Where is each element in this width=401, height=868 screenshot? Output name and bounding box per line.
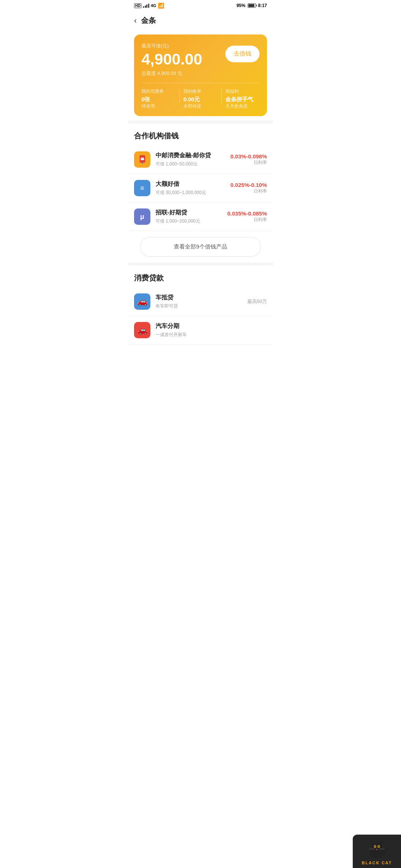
time-display: 8:17 <box>258 3 267 8</box>
rate-value-3: 0.035%-0.085% <box>227 210 267 217</box>
loan-info-3: 招联-好期贷 可借 1,000~200,000元 <box>156 209 227 224</box>
status-bar: HD 4G 📶 95% 8:17 <box>128 0 273 11</box>
consumer-item-1[interactable]: 🚗 车抵贷 有车即可贷 最高50万 <box>128 287 273 316</box>
loan-icon-1: 📮 <box>134 151 150 168</box>
consumer-name-2: 汽车分期 <box>156 322 267 330</box>
rate-value-2: 0.025%-0.10% <box>231 182 267 188</box>
signal-bar-2 <box>145 6 146 8</box>
rate-label-3: 日利率 <box>227 217 267 223</box>
consumer-item-2[interactable]: 🚗 汽车分期 一成首付开新车 <box>128 316 273 345</box>
rate-label-1: 日利率 <box>231 160 267 166</box>
loan-icon-2: ≡ <box>134 180 150 196</box>
loan-icon-symbol-3: μ <box>140 213 144 221</box>
gold-card-left: 最高可借(元) 4,900.00 总额度 4,900.00 元 <box>141 43 202 77</box>
loan-rate-2: 0.025%-0.10% 日利率 <box>231 182 267 194</box>
gold-card: 最高可借(元) 4,900.00 总额度 4,900.00 元 去借钱 我的优惠… <box>134 34 267 116</box>
loan-info-2: 大额好借 可借 30,000~1,000,000元 <box>156 180 231 196</box>
gold-card-bottom: 我的优惠券 0张 待使用 我的账单 0.00元 全部待还 领福利 金条拼手气 天… <box>141 88 260 109</box>
loan-name-1: 中邮消费金融-邮你贷 <box>156 152 231 160</box>
loan-icon-symbol-1: 📮 <box>138 155 147 164</box>
loan-name-2: 大额好借 <box>156 180 231 188</box>
network-type: 4G <box>151 3 156 8</box>
welfare-sub: 天天抢免息 <box>225 103 260 109</box>
separator-1 <box>179 88 180 103</box>
loan-range-1: 可借 1,000~50,000元 <box>156 161 231 167</box>
bill-sub: 全部待还 <box>183 103 218 109</box>
separator-block-1 <box>128 121 273 124</box>
consumer-icon-symbol-2: 🚗 <box>137 325 147 335</box>
rate-value-1: 0.03%-0.098% <box>231 153 267 160</box>
consumer-loan-section: 消费贷款 🚗 车抵贷 有车即可贷 最高50万 🚗 汽车分期 一成首付开新车 <box>128 266 273 345</box>
total-credit: 总额度 4,900.00 元 <box>141 70 202 77</box>
loan-range-3: 可借 1,000~200,000元 <box>156 218 227 224</box>
max-borrow-label: 最高可借(元) <box>141 43 202 49</box>
coupon-sub: 待使用 <box>141 103 176 109</box>
coupon-section[interactable]: 我的优惠券 0张 待使用 <box>141 88 176 109</box>
welfare-section[interactable]: 领福利 金条拼手气 天天抢免息 <box>225 88 260 109</box>
consumer-sub-2: 一成首付开新车 <box>156 332 267 338</box>
coupon-value: 0张 <box>141 96 176 103</box>
welfare-title: 领福利 <box>225 88 260 95</box>
signal-bar-3 <box>146 4 147 8</box>
rate-label-2: 日利率 <box>231 188 267 194</box>
back-button[interactable]: ‹ <box>134 16 137 26</box>
signal-bar-4 <box>148 4 149 8</box>
consumer-info-2: 汽车分期 一成首付开新车 <box>156 322 267 338</box>
borrow-amount: 4,900.00 <box>141 51 202 68</box>
cooperate-loan-section: 合作机构借钱 📮 中邮消费金融-邮你贷 可借 1,000~50,000元 0.0… <box>128 124 273 257</box>
loan-icon-symbol-2: ≡ <box>140 184 144 192</box>
loan-info-1: 中邮消费金融-邮你贷 可借 1,000~50,000元 <box>156 152 231 167</box>
loan-item-1[interactable]: 📮 中邮消费金融-邮你贷 可借 1,000~50,000元 0.03%-0.09… <box>128 145 273 174</box>
separator-block-2 <box>128 263 273 266</box>
loan-rate-3: 0.035%-0.085% 日利率 <box>227 210 267 223</box>
borrow-button[interactable]: 去借钱 <box>225 46 260 62</box>
consumer-icon-symbol-1: 🚗 <box>137 297 147 306</box>
view-all-button[interactable]: 查看全部9个借钱产品 <box>140 237 261 257</box>
consumer-name-1: 车抵贷 <box>156 294 247 302</box>
consumer-section-title: 消费贷款 <box>128 266 273 287</box>
separator-2 <box>221 88 222 103</box>
consumer-info-1: 车抵贷 有车即可贷 <box>156 294 247 309</box>
gold-card-top: 最高可借(元) 4,900.00 总额度 4,900.00 元 去借钱 <box>141 43 260 77</box>
nav-bar: ‹ 金条 <box>128 11 273 30</box>
view-all-container: 查看全部9个借钱产品 <box>134 237 267 257</box>
loan-name-3: 招联-好期贷 <box>156 209 227 217</box>
status-left: HD 4G 📶 <box>134 3 164 9</box>
loan-item-2[interactable]: ≡ 大额好借 可借 30,000~1,000,000元 0.025%-0.10%… <box>128 174 273 203</box>
battery-percent: 95% <box>237 3 245 8</box>
consumer-right-1: 最高50万 <box>247 298 267 305</box>
consumer-icon-2: 🚗 <box>134 322 150 338</box>
bill-value: 0.00元 <box>183 96 218 103</box>
signal-bars <box>143 4 149 8</box>
loan-range-2: 可借 30,000~1,000,000元 <box>156 190 231 196</box>
coupon-title: 我的优惠券 <box>141 88 176 95</box>
loan-item-3[interactable]: μ 招联-好期贷 可借 1,000~200,000元 0.035%-0.085%… <box>128 203 273 231</box>
consumer-icon-1: 🚗 <box>134 293 150 310</box>
loan-icon-3: μ <box>134 208 150 225</box>
battery-icon <box>248 3 256 8</box>
card-divider <box>141 83 260 83</box>
loan-rate-1: 0.03%-0.098% 日利率 <box>231 153 267 166</box>
consumer-sub-1: 有车即可贷 <box>156 303 247 309</box>
page-title: 金条 <box>141 16 156 26</box>
wifi-icon: 📶 <box>158 3 164 9</box>
cooperate-section-title: 合作机构借钱 <box>128 124 273 145</box>
hd-tag: HD <box>134 3 141 8</box>
welfare-value: 金条拼手气 <box>225 96 260 103</box>
signal-bar-1 <box>143 6 144 8</box>
bill-section[interactable]: 我的账单 0.00元 全部待还 <box>183 88 218 109</box>
status-right: 95% 8:17 <box>237 3 267 8</box>
bill-title: 我的账单 <box>183 88 218 95</box>
